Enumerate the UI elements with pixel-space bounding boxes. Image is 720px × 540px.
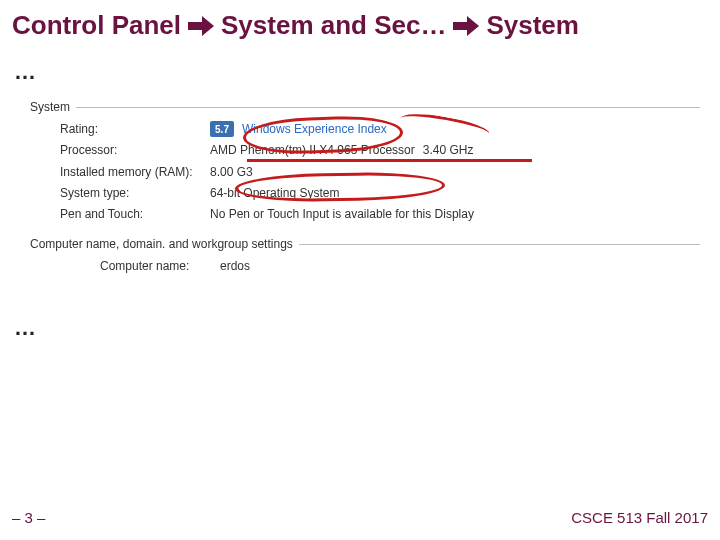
rating-label: Rating: <box>60 121 200 137</box>
divider <box>76 107 700 108</box>
system-header-label: System <box>30 99 70 115</box>
system-section-header: System <box>30 99 700 115</box>
breadcrumb-part-3: System <box>486 10 579 41</box>
processor-row: Processor: AMD Phenom(tm) II X4 965 Proc… <box>60 142 700 158</box>
processor-speed: 3.40 GHz <box>423 142 474 158</box>
pen-value: No Pen or Touch Input is available for t… <box>210 206 700 222</box>
breadcrumb-part-1: Control Panel <box>12 10 181 41</box>
ellipsis-bottom: … <box>14 315 706 341</box>
processor-label: Processor: <box>60 142 200 158</box>
ram-value: 8.00 G3 <box>210 164 700 180</box>
processor-text: AMD Phenom(tm) II X4 965 Processor <box>210 142 415 158</box>
page-number: – 3 – <box>12 509 45 526</box>
divider <box>299 244 700 245</box>
arrow-right-icon <box>452 14 480 38</box>
breadcrumb-part-2: System and Sec… <box>221 10 446 41</box>
systype-label: System type: <box>60 185 200 201</box>
computer-name-row: Computer name: erdos <box>100 258 700 274</box>
ram-label: Installed memory (RAM): <box>60 164 200 180</box>
computer-name-label: Computer name: <box>100 258 210 274</box>
systype-row: System type: 64-bit Operating System <box>60 185 700 201</box>
course-label: CSCE 513 Fall 2017 <box>571 509 708 526</box>
systype-value: 64-bit Operating System <box>210 185 700 201</box>
computer-section-header: Computer name, domain. and workgroup set… <box>30 236 700 252</box>
arrow-right-icon <box>187 14 215 38</box>
rating-badge: 5.7 <box>210 121 234 137</box>
slide-footer: – 3 – CSCE 513 Fall 2017 <box>12 509 708 526</box>
ram-row: Installed memory (RAM): 8.00 G3 <box>60 164 700 180</box>
rating-value: 5.7 Windows Experience Index <box>210 121 700 137</box>
pen-row: Pen and Touch: No Pen or Touch Input is … <box>60 206 700 222</box>
wei-link[interactable]: Windows Experience Index <box>242 121 387 137</box>
computer-name-value: erdos <box>220 258 250 274</box>
slide: Control Panel System and Sec… System … S… <box>0 0 720 540</box>
processor-value: AMD Phenom(tm) II X4 965 Processor 3.40 … <box>210 142 700 158</box>
rating-row: Rating: 5.7 Windows Experience Index <box>60 121 700 137</box>
ellipsis-top: … <box>14 59 706 85</box>
computer-header-label: Computer name, domain. and workgroup set… <box>30 236 293 252</box>
pen-label: Pen and Touch: <box>60 206 200 222</box>
slide-title: Control Panel System and Sec… System <box>12 10 708 41</box>
system-panel: System Rating: 5.7 Windows Experience In… <box>30 99 700 275</box>
